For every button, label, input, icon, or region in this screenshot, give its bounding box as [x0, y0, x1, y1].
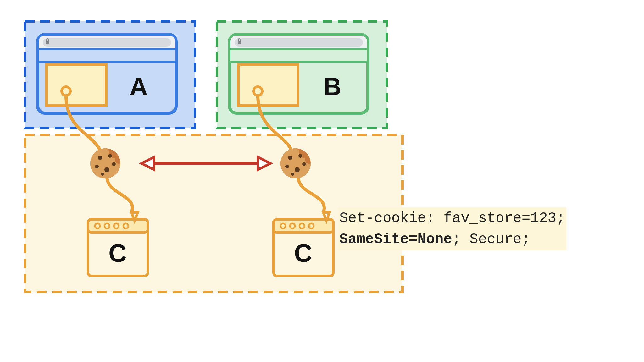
cookie-left-icon — [90, 148, 120, 178]
label-site-c-left: C — [108, 239, 127, 268]
svg-rect-6 — [235, 38, 363, 47]
code-secure: ; Secure; — [452, 231, 530, 248]
svg-rect-2 — [46, 41, 49, 44]
svg-point-37 — [288, 156, 292, 160]
svg-rect-1 — [43, 38, 171, 47]
svg-point-34 — [112, 162, 116, 166]
svg-point-35 — [101, 173, 104, 176]
svg-point-39 — [285, 165, 289, 168]
svg-point-42 — [291, 173, 294, 176]
code-samesite: SameSite=None — [339, 231, 452, 248]
browser-a-icon — [38, 35, 176, 113]
svg-point-33 — [104, 167, 109, 172]
cookie-right-icon — [280, 148, 311, 178]
diagram-canvas: A B C C Set-cookie: fav_store=123; SameS… — [0, 0, 644, 362]
set-cookie-code: Set-cookie: fav_store=123; SameSite=None… — [338, 207, 566, 250]
svg-point-30 — [98, 156, 102, 160]
svg-point-38 — [298, 154, 302, 158]
label-site-c-right: C — [294, 239, 312, 268]
browser-b-icon — [230, 35, 368, 113]
svg-rect-4 — [47, 65, 106, 106]
svg-rect-3 — [38, 49, 176, 62]
label-site-a: A — [130, 72, 148, 101]
svg-rect-9 — [238, 65, 298, 106]
svg-rect-17 — [274, 219, 333, 233]
label-site-b: B — [323, 72, 341, 101]
diagram-svg — [0, 0, 644, 362]
code-line-2: SameSite=None; Secure; — [339, 229, 565, 250]
svg-point-31 — [108, 154, 112, 158]
code-line-1: Set-cookie: fav_store=123; — [339, 208, 565, 229]
svg-point-32 — [95, 165, 99, 168]
svg-point-41 — [302, 162, 306, 166]
svg-rect-8 — [230, 49, 368, 62]
svg-point-40 — [295, 167, 300, 172]
svg-rect-11 — [88, 219, 148, 233]
svg-rect-7 — [238, 41, 241, 44]
